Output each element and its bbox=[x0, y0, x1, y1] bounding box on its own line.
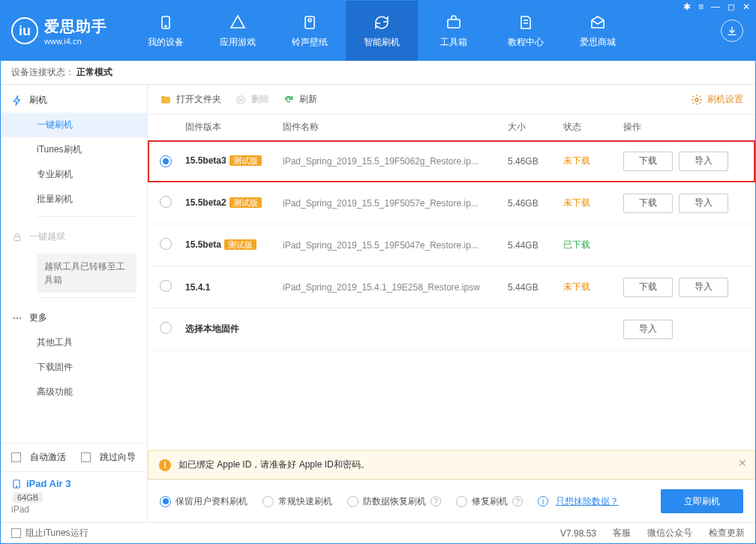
mode-repair[interactable]: 修复刷机 ? bbox=[456, 495, 523, 508]
folder-icon bbox=[160, 94, 172, 106]
firmware-size: 5.46GB bbox=[508, 198, 538, 209]
erase-data-prompt: i 只想抹除数据？ bbox=[538, 495, 619, 508]
mode-anti-radio[interactable] bbox=[347, 496, 358, 507]
row-radio[interactable] bbox=[160, 280, 172, 292]
notice-close-button[interactable]: ✕ bbox=[738, 457, 747, 469]
firmware-version: 15.4.1 bbox=[185, 282, 210, 293]
mode-keep-data[interactable]: 保留用户资料刷机 bbox=[160, 495, 248, 508]
open-folder-button[interactable]: 打开文件夹 bbox=[160, 93, 221, 106]
maximize-button[interactable]: ◻ bbox=[728, 2, 735, 11]
nav-label-3: 智能刷机 bbox=[364, 36, 400, 49]
nav-icon-4 bbox=[445, 14, 463, 32]
auto-activate-checkbox[interactable] bbox=[11, 452, 21, 462]
connection-status-value: 正常模式 bbox=[76, 67, 112, 77]
storage-badge: 64GB bbox=[13, 492, 43, 503]
skip-guide-checkbox[interactable] bbox=[81, 452, 91, 462]
refresh-button[interactable]: 刷新 bbox=[283, 93, 317, 106]
svg-rect-5 bbox=[14, 236, 20, 240]
download-button[interactable]: 下载 bbox=[623, 152, 673, 171]
nav-item-6[interactable]: 爱思商城 bbox=[562, 1, 634, 61]
firmware-status: 已下载 bbox=[563, 239, 590, 250]
import-button[interactable]: 导入 bbox=[679, 152, 728, 171]
support-link[interactable]: 客服 bbox=[613, 527, 631, 539]
device-icon bbox=[11, 479, 22, 489]
flash-icon bbox=[11, 95, 23, 107]
mode-repair-label: 修复刷机 bbox=[472, 495, 508, 508]
sidebar-item-pro-flash[interactable]: 专业刷机 bbox=[1, 162, 147, 187]
help-icon[interactable]: ? bbox=[512, 496, 523, 506]
sidebar-item-other-tools[interactable]: 其他工具 bbox=[1, 330, 147, 355]
check-update-link[interactable]: 检查更新 bbox=[709, 527, 745, 539]
nav-item-4[interactable]: 工具箱 bbox=[418, 1, 490, 61]
sidebar-group-jailbreak-label: 一键越狱 bbox=[29, 230, 65, 243]
mode-normal-label: 常规快速刷机 bbox=[278, 495, 332, 508]
help-icon[interactable]: ? bbox=[430, 496, 441, 506]
minimize-button[interactable]: — bbox=[711, 2, 720, 11]
warning-icon: ! bbox=[159, 459, 171, 471]
firmware-row[interactable]: 选择本地固件 导入 bbox=[148, 308, 755, 350]
svg-point-7 bbox=[16, 317, 18, 318]
import-button[interactable]: 导入 bbox=[679, 278, 728, 297]
beta-tag: 测试版 bbox=[224, 239, 256, 250]
svg-point-10 bbox=[16, 485, 16, 486]
wechat-link[interactable]: 微信公众号 bbox=[647, 527, 692, 539]
firmware-row[interactable]: 15.4.1 iPad_Spring_2019_15.4.1_19E258_Re… bbox=[148, 266, 755, 308]
close-button[interactable]: ✕ bbox=[742, 2, 750, 11]
mode-anti-recovery[interactable]: 防数据恢复刷机 ? bbox=[347, 495, 441, 508]
auto-activate-label: 自动激活 bbox=[30, 451, 66, 464]
nav-item-0[interactable]: 我的设备 bbox=[130, 1, 202, 61]
sidebar-group-flash[interactable]: 刷机 bbox=[1, 85, 147, 113]
info-icon[interactable]: i bbox=[538, 496, 548, 506]
nav-item-5[interactable]: 教程中心 bbox=[490, 1, 562, 61]
firmware-size: 5.44GB bbox=[508, 240, 538, 251]
firmware-row[interactable]: 15.5beta3测试版 iPad_Spring_2019_15.5_19F50… bbox=[148, 140, 755, 182]
beta-tag: 测试版 bbox=[230, 155, 262, 166]
import-button[interactable]: 导入 bbox=[623, 320, 673, 339]
row-radio[interactable] bbox=[160, 238, 172, 250]
brand-subtitle: www.i4.cn bbox=[44, 37, 107, 46]
block-itunes-checkbox[interactable] bbox=[11, 528, 21, 538]
firmware-row[interactable]: 15.5beta测试版 iPad_Spring_2019_15.5_19F504… bbox=[148, 224, 755, 266]
firmware-table-body: 15.5beta3测试版 iPad_Spring_2019_15.5_19F50… bbox=[148, 140, 755, 350]
row-radio[interactable] bbox=[160, 155, 172, 167]
delete-icon bbox=[235, 94, 247, 106]
row-radio[interactable] bbox=[160, 196, 172, 208]
nav-label-2: 铃声壁纸 bbox=[292, 36, 328, 49]
mode-repair-radio[interactable] bbox=[456, 496, 467, 507]
nav-icon-1 bbox=[229, 14, 247, 32]
nav-label-6: 爱思商城 bbox=[580, 36, 616, 49]
download-button[interactable]: 下载 bbox=[623, 194, 673, 213]
download-center-icon[interactable] bbox=[721, 20, 743, 42]
flash-settings-button[interactable]: 刷机设置 bbox=[691, 93, 743, 106]
sidebar-item-download-firmware[interactable]: 下载固件 bbox=[1, 355, 147, 380]
import-button[interactable]: 导入 bbox=[679, 194, 728, 213]
flash-now-button[interactable]: 立即刷机 bbox=[661, 489, 743, 513]
nav-item-1[interactable]: 应用游戏 bbox=[202, 1, 274, 61]
menu-icon[interactable]: ≡ bbox=[698, 2, 704, 11]
notice-text: 如已绑定 Apple ID，请准备好 Apple ID和密码。 bbox=[178, 458, 370, 471]
sidebar-item-advanced[interactable]: 高级功能 bbox=[1, 380, 147, 404]
settings-icon[interactable]: ✱ bbox=[683, 2, 691, 11]
sidebar-group-more-label: 更多 bbox=[29, 311, 47, 324]
row-radio[interactable] bbox=[160, 322, 172, 334]
mode-normal[interactable]: 常规快速刷机 bbox=[262, 495, 332, 508]
sidebar-group-flash-label: 刷机 bbox=[29, 94, 47, 107]
nav-item-3[interactable]: 智能刷机 bbox=[346, 1, 418, 61]
skip-guide-label: 跳过向导 bbox=[100, 451, 136, 464]
download-button[interactable]: 下载 bbox=[623, 278, 673, 297]
firmware-row[interactable]: 15.5beta2测试版 iPad_Spring_2019_15.5_19F50… bbox=[148, 182, 755, 224]
connection-status-label: 设备连接状态： bbox=[11, 67, 74, 77]
sidebar-item-batch-flash[interactable]: 批量刷机 bbox=[1, 187, 147, 212]
mode-keep-radio[interactable] bbox=[160, 496, 171, 507]
version-label[interactable]: V7.98.53 bbox=[560, 528, 596, 539]
nav-item-2[interactable]: 铃声壁纸 bbox=[274, 1, 346, 61]
firmware-filename: iPad_Spring_2019_15.5_19F5057e_Restore.i… bbox=[283, 198, 502, 209]
sidebar-item-oneclick-flash[interactable]: 一键刷机 bbox=[1, 113, 147, 137]
firmware-version: 选择本地固件 bbox=[185, 323, 239, 334]
mode-normal-radio[interactable] bbox=[262, 496, 274, 507]
sidebar-group-more[interactable]: 更多 bbox=[1, 302, 147, 330]
device-info[interactable]: iPad Air 3 64GB iPad bbox=[1, 471, 147, 522]
sidebar-item-itunes-flash[interactable]: iTunes刷机 bbox=[1, 137, 147, 162]
erase-data-link[interactable]: 只想抹除数据？ bbox=[556, 495, 619, 508]
firmware-filename: iPad_Spring_2019_15.4.1_19E258_Restore.i… bbox=[283, 282, 502, 293]
